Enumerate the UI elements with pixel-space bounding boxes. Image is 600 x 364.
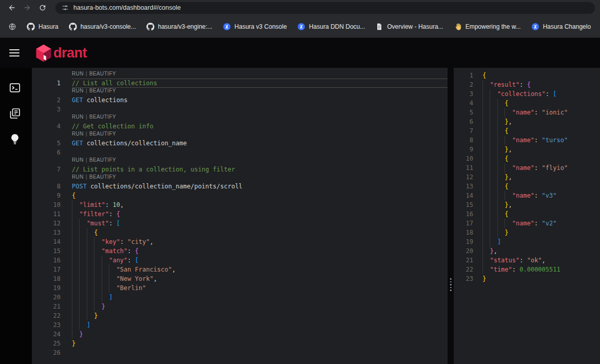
bookmark-home[interactable] bbox=[4, 20, 21, 33]
code-line-13[interactable]: 13{ bbox=[32, 228, 448, 237]
indent-guide bbox=[72, 219, 79, 228]
sidebar-item-tutorial[interactable] bbox=[9, 132, 23, 146]
token-plain: : bbox=[127, 247, 134, 255]
indent-guide bbox=[72, 256, 79, 265]
code-line-16: 16{ bbox=[454, 209, 600, 219]
indent-guide bbox=[505, 136, 512, 145]
indent-guide bbox=[72, 265, 79, 274]
bookmark-hasura-changelo[interactable]: Hasura Changelo bbox=[527, 20, 595, 33]
indent-guide bbox=[94, 246, 101, 256]
run-codelens[interactable]: RUN bbox=[72, 157, 84, 163]
code-line-21[interactable]: 21} bbox=[32, 302, 448, 311]
token-b1: } bbox=[94, 312, 98, 319]
site-settings-icon[interactable] bbox=[62, 4, 69, 11]
code-line-24[interactable]: 24} bbox=[32, 330, 448, 339]
code-line-26[interactable]: 26 bbox=[32, 348, 448, 357]
qdrant-logo[interactable]: drant bbox=[36, 44, 87, 62]
bookmark-overview-hasura[interactable]: Overview - Hasura... bbox=[371, 20, 447, 33]
code-line-14: 14"name": "v3" bbox=[454, 191, 600, 200]
line-number: 24 bbox=[32, 330, 72, 339]
grip-icon bbox=[450, 278, 452, 291]
token-method: GET bbox=[72, 140, 83, 147]
token-b3: ] bbox=[109, 294, 112, 301]
code-line-11[interactable]: 11"filter": { bbox=[32, 209, 448, 219]
indent-guide bbox=[482, 126, 490, 136]
codelens-separator: | bbox=[84, 157, 89, 163]
bookmark-hasura-v3-engine[interactable]: hasura/v3-engine:... bbox=[142, 20, 217, 33]
token-key: "name" bbox=[512, 164, 534, 171]
token-b3: [ bbox=[553, 90, 556, 98]
code-line-6: 6}, bbox=[454, 117, 600, 126]
run-codelens[interactable]: RUN bbox=[72, 71, 84, 76]
run-codelens[interactable]: RUN bbox=[72, 88, 84, 93]
beautify-codelens[interactable]: BEAUTIFY bbox=[89, 157, 116, 163]
url-bar[interactable]: hasura-bots.com/dashboard#/console bbox=[55, 2, 595, 14]
code-line-1: 1{ bbox=[454, 71, 600, 80]
bookmark-hasura-ddn-docu[interactable]: Hasura DDN Docu... bbox=[293, 20, 369, 33]
code-line-25[interactable]: 25} bbox=[32, 339, 448, 348]
token-key: "filter" bbox=[79, 210, 109, 218]
indent-guide bbox=[79, 293, 86, 302]
code-line-20: 20}, bbox=[454, 246, 600, 256]
line-number: 20 bbox=[32, 293, 72, 302]
bookmark-empowering-the-w[interactable]: Empowering the w... bbox=[450, 20, 525, 33]
indent-guide bbox=[490, 228, 497, 237]
beautify-codelens[interactable]: BEAUTIFY bbox=[89, 71, 116, 76]
indent-guide bbox=[79, 265, 86, 274]
token-plain: : bbox=[105, 201, 112, 208]
code-content: "name": "v2" bbox=[482, 219, 600, 228]
beautify-codelens[interactable]: BEAUTIFY bbox=[89, 114, 116, 120]
token-str: "Berlin" bbox=[117, 284, 146, 292]
code-line-18[interactable]: 18"New York", bbox=[32, 274, 448, 283]
sidebar-item-collections[interactable] bbox=[9, 107, 23, 120]
indent-guide bbox=[79, 283, 86, 293]
code-line-20[interactable]: 20] bbox=[32, 293, 448, 302]
bookmark-hasura-v3-console[interactable]: hasura/v3-console... bbox=[65, 20, 140, 33]
indent-guide bbox=[87, 246, 94, 256]
panel-resize-handle[interactable] bbox=[448, 68, 454, 364]
indent-guide bbox=[482, 209, 490, 219]
indent-guide bbox=[72, 246, 79, 256]
response-viewer[interactable]: 1{2"result": {3"collections": [4{5"name"… bbox=[454, 68, 600, 364]
code-line-19[interactable]: 19"Berlin" bbox=[32, 283, 448, 293]
code-line-10[interactable]: 10"limit": 10, bbox=[32, 200, 448, 209]
line-number: 13 bbox=[32, 228, 72, 237]
indent-guide bbox=[497, 191, 505, 200]
code-line-5[interactable]: 5GET collections/collection_name bbox=[32, 139, 448, 148]
code-line-14[interactable]: 14"key": "city", bbox=[32, 237, 448, 246]
request-editor[interactable]: RUN|BEAUTIFY1// List all collectionsRUN|… bbox=[32, 68, 448, 364]
run-codelens[interactable]: RUN bbox=[72, 114, 84, 120]
token-key: "collections" bbox=[497, 90, 546, 98]
indent-guide bbox=[505, 219, 512, 228]
code-line-2[interactable]: 2GET collections bbox=[32, 95, 448, 105]
code-line-17[interactable]: 17"San Francisco", bbox=[32, 265, 448, 274]
back-icon[interactable] bbox=[5, 2, 18, 14]
token-strb: "turso" bbox=[542, 137, 568, 144]
indent-guide bbox=[102, 283, 109, 293]
token-comment: // Get collection info bbox=[72, 123, 153, 130]
run-codelens[interactable]: RUN bbox=[72, 131, 84, 137]
code-line-22[interactable]: 22} bbox=[32, 311, 448, 320]
bookmark-hasura[interactable]: Hasura bbox=[23, 20, 63, 33]
code-line-23[interactable]: 23] bbox=[32, 320, 448, 330]
sidebar-item-console[interactable] bbox=[9, 81, 23, 94]
code-line-8[interactable]: 8POST collections/collection_name/points… bbox=[32, 182, 448, 191]
reload-icon[interactable] bbox=[36, 2, 49, 14]
run-codelens[interactable]: RUN bbox=[72, 174, 84, 180]
code-line-12[interactable]: 12"must": [ bbox=[32, 219, 448, 228]
line-number: 19 bbox=[454, 237, 482, 246]
forward-icon[interactable] bbox=[21, 2, 34, 14]
line-number: 22 bbox=[32, 311, 72, 320]
code-line-16[interactable]: 16"any": [ bbox=[32, 256, 448, 265]
indent-guide bbox=[87, 256, 94, 265]
line-number: 15 bbox=[454, 200, 482, 209]
beautify-codelens[interactable]: BEAUTIFY bbox=[89, 88, 116, 93]
indent-guide bbox=[72, 237, 79, 246]
menu-icon[interactable] bbox=[9, 48, 23, 58]
code-line-9[interactable]: 9{ bbox=[32, 191, 448, 200]
indent-guide bbox=[109, 274, 116, 283]
code-line-15[interactable]: 15"match": { bbox=[32, 246, 448, 256]
beautify-codelens[interactable]: BEAUTIFY bbox=[89, 131, 116, 137]
beautify-codelens[interactable]: BEAUTIFY bbox=[89, 174, 116, 180]
bookmark-hasura-v3-console[interactable]: Hasura v3 Console bbox=[219, 20, 291, 33]
